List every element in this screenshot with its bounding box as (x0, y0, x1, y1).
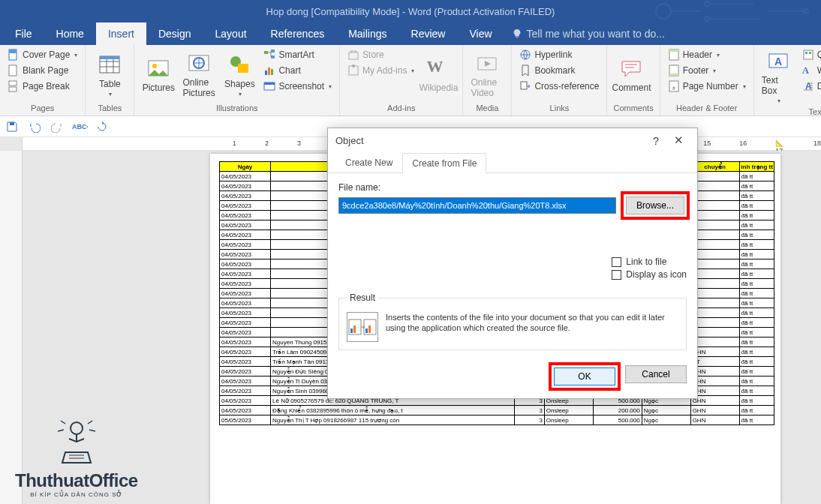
tab-view[interactable]: View (457, 22, 504, 45)
tab-insert[interactable]: Insert (96, 22, 146, 45)
store-button[interactable]: Store (346, 48, 416, 62)
tab-home[interactable]: Home (44, 22, 96, 45)
group-pages: Cover Page▾ Blank Page Page Break Pages (0, 45, 86, 116)
textbox-button[interactable]: AText Box▾ (760, 48, 796, 106)
svg-text:A: A (774, 56, 782, 68)
pictures-button[interactable]: Pictures (140, 48, 176, 102)
decorative-lines (626, 0, 821, 22)
svg-rect-19 (271, 56, 275, 58)
online-video-button[interactable]: Online Video (469, 48, 505, 102)
svg-point-2 (705, 16, 709, 21)
ok-button[interactable]: OK (554, 368, 615, 386)
tab-references[interactable]: References (259, 22, 337, 45)
tab-file[interactable]: File (3, 22, 44, 45)
group-illustrations: Pictures Online Pictures Shapes▾ SmartAr… (134, 45, 340, 116)
pagenum-button[interactable]: #Page Number▾ (666, 80, 747, 93)
chart-button[interactable]: Chart (262, 64, 333, 77)
save-qat[interactable] (5, 119, 20, 134)
svg-rect-16 (238, 64, 248, 73)
table-button[interactable]: Table▾ (92, 48, 128, 102)
svg-rect-43 (10, 122, 14, 125)
svg-rect-24 (264, 82, 275, 85)
group-comments: Comment Comments (607, 45, 660, 116)
ribbon-tabs: File Home Insert Design Layout Reference… (0, 22, 821, 45)
group-header-footer: Header▾ Footer▾ #Page Number▾ Header & F… (660, 45, 754, 116)
dropcap-button[interactable]: ADrop Cap▾ (801, 80, 821, 93)
group-links: Hyperlink Bookmark Cross-reference Links (512, 45, 607, 116)
link-to-file-checkbox[interactable]: Link to file (612, 256, 687, 267)
svg-rect-22 (271, 69, 273, 75)
svg-point-0 (656, 4, 671, 19)
help-button[interactable]: ? (645, 134, 667, 147)
tab-create-new[interactable]: Create New (335, 152, 402, 172)
svg-rect-18 (271, 50, 275, 52)
svg-rect-32 (669, 50, 678, 52)
svg-rect-40 (805, 52, 807, 54)
svg-rect-34 (669, 74, 678, 76)
svg-rect-30 (521, 82, 527, 89)
close-button[interactable]: ✕ (667, 134, 690, 147)
svg-point-3 (804, 9, 808, 14)
crossref-button[interactable]: Cross-reference (518, 80, 600, 93)
browse-button[interactable]: Browse... (626, 196, 684, 214)
svg-rect-17 (264, 51, 268, 54)
bookmark-button[interactable]: Bookmark (518, 64, 600, 77)
title-bar: Hop dong [Compatibility Mode] - Word (Pr… (0, 0, 821, 22)
blank-page-button[interactable]: Blank Page (6, 64, 79, 77)
smartart-button[interactable]: SmartArt (262, 48, 333, 62)
page-break-button[interactable]: Page Break (6, 80, 79, 93)
svg-rect-8 (9, 87, 17, 92)
myaddins-button[interactable]: My Add-ins▾ (346, 64, 416, 77)
file-name-input[interactable] (338, 197, 616, 214)
group-tables: Table▾ Tables (86, 45, 134, 116)
group-media: Online Video Media (463, 45, 512, 116)
dialog-title: Object (335, 135, 364, 146)
tab-create-from-file[interactable]: Create from File (402, 153, 486, 173)
footer-button[interactable]: Footer▾ (666, 64, 747, 77)
svg-point-27 (352, 64, 355, 68)
cover-page-button[interactable]: Cover Page▾ (6, 48, 79, 62)
app-title: Hop dong [Compatibility Mode] - Word (Pr… (266, 6, 555, 17)
svg-point-12 (152, 64, 157, 68)
watermark-logo: ThuthuatOffice BÍ KÍP CỦA DÂN CÔNG SỞ (15, 415, 138, 498)
result-icon (347, 312, 378, 342)
hyperlink-button[interactable]: Hyperlink (518, 48, 600, 62)
online-pictures-button[interactable]: Online Pictures (181, 48, 217, 102)
svg-rect-6 (9, 65, 17, 76)
svg-rect-5 (9, 50, 17, 53)
bulb-icon (512, 28, 522, 39)
svg-rect-25 (349, 52, 358, 59)
svg-text:#: # (672, 86, 675, 91)
svg-point-1 (705, 2, 709, 6)
display-as-icon-checkbox[interactable]: Display as icon (612, 269, 687, 280)
screenshot-button[interactable]: Screenshot▾ (262, 80, 333, 93)
header-button[interactable]: Header▾ (666, 48, 747, 62)
repeat-qat[interactable] (95, 119, 110, 134)
tab-layout[interactable]: Layout (203, 22, 259, 45)
ribbon: Cover Page▾ Blank Page Page Break Pages … (0, 45, 821, 116)
cancel-button[interactable]: Cancel (625, 365, 687, 383)
tab-review[interactable]: Review (399, 22, 458, 45)
svg-rect-49 (368, 326, 371, 333)
svg-rect-10 (100, 56, 119, 59)
svg-rect-39 (804, 50, 813, 59)
tab-design[interactable]: Design (146, 22, 203, 45)
wordart-button[interactable]: AWordArt▾ (801, 64, 821, 77)
spell-qat[interactable]: ABC (72, 119, 87, 134)
redo-qat[interactable] (50, 119, 65, 134)
shapes-button[interactable]: Shapes▾ (221, 48, 257, 102)
tell-me-search[interactable]: Tell me what you want to do... (504, 22, 672, 45)
quickparts-button[interactable]: Quick Parts▾ (801, 48, 821, 62)
svg-rect-21 (268, 68, 270, 75)
svg-rect-46 (350, 328, 353, 333)
wikipedia-button[interactable]: WWikipedia (420, 48, 456, 102)
comment-button[interactable]: Comment (613, 48, 649, 102)
tab-mailings[interactable]: Mailings (336, 22, 398, 45)
svg-rect-7 (9, 81, 17, 86)
group-addins: Store My Add-ins▾ WWikipedia Add-ins (340, 45, 463, 116)
undo-qat[interactable] (27, 119, 42, 134)
svg-rect-48 (365, 328, 368, 333)
result-box: Result Inserts the contents of the file … (338, 292, 687, 350)
file-name-label: File name: (338, 182, 687, 193)
svg-rect-41 (809, 52, 811, 54)
